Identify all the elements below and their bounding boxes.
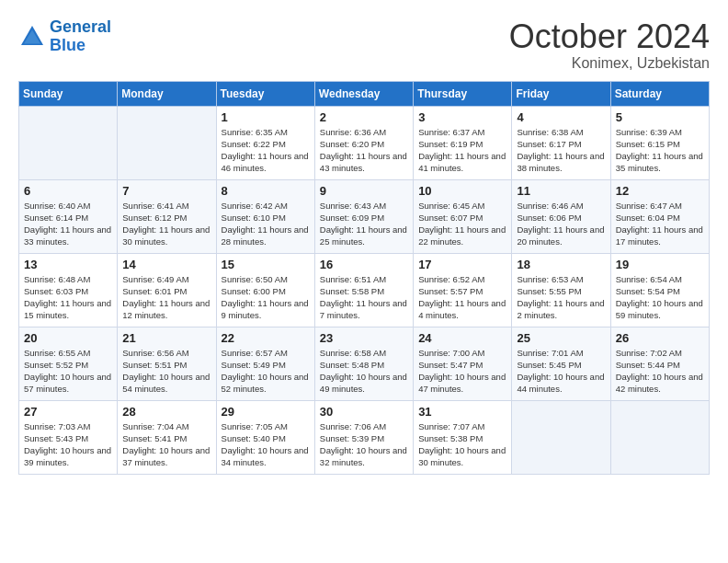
- day-number: 31: [418, 405, 506, 419]
- calendar-cell: 2Sunrise: 6:36 AMSunset: 6:20 PMDaylight…: [314, 106, 413, 179]
- day-number: 29: [222, 405, 310, 419]
- calendar-cell: 20Sunrise: 6:55 AMSunset: 5:52 PMDayligh…: [19, 327, 118, 400]
- calendar-cell: [19, 106, 118, 179]
- calendar-cell: 26Sunrise: 7:02 AMSunset: 5:44 PMDayligh…: [610, 327, 709, 400]
- calendar-cell: 11Sunrise: 6:46 AMSunset: 6:06 PMDayligh…: [512, 179, 610, 253]
- day-info: Sunrise: 6:37 AMSunset: 6:19 PMDaylight:…: [418, 126, 506, 175]
- calendar-cell: 5Sunrise: 6:39 AMSunset: 6:15 PMDaylight…: [610, 106, 709, 179]
- calendar-cell: 15Sunrise: 6:50 AMSunset: 6:00 PMDayligh…: [216, 253, 314, 327]
- day-info: Sunrise: 6:51 AMSunset: 5:58 PMDaylight:…: [320, 273, 408, 322]
- day-number: 17: [418, 258, 506, 271]
- day-number: 20: [24, 331, 112, 345]
- day-info: Sunrise: 7:03 AMSunset: 5:43 PMDaylight:…: [24, 420, 112, 469]
- calendar-header-row: SundayMondayTuesdayWednesdayThursdayFrid…: [19, 81, 710, 106]
- day-number: 25: [517, 331, 605, 345]
- calendar-header-sunday: Sunday: [19, 81, 118, 106]
- day-info: Sunrise: 6:43 AMSunset: 6:09 PMDaylight:…: [320, 200, 408, 248]
- calendar-cell: 28Sunrise: 7:04 AMSunset: 5:41 PMDayligh…: [118, 400, 216, 474]
- calendar-cell: 4Sunrise: 6:38 AMSunset: 6:17 PMDaylight…: [512, 106, 610, 179]
- calendar-table: SundayMondayTuesdayWednesdayThursdayFrid…: [18, 81, 710, 475]
- logo: GeneralBlue: [18, 18, 111, 55]
- calendar-cell: 24Sunrise: 7:00 AMSunset: 5:47 PMDayligh…: [414, 327, 512, 400]
- calendar-header-thursday: Thursday: [414, 81, 512, 106]
- day-info: Sunrise: 7:05 AMSunset: 5:40 PMDaylight:…: [222, 420, 310, 469]
- calendar-cell: 27Sunrise: 7:03 AMSunset: 5:43 PMDayligh…: [19, 400, 118, 474]
- day-number: 6: [24, 184, 112, 198]
- calendar-cell: 22Sunrise: 6:57 AMSunset: 5:49 PMDayligh…: [216, 327, 314, 400]
- day-info: Sunrise: 6:57 AMSunset: 5:49 PMDaylight:…: [222, 347, 310, 396]
- header: GeneralBlue October 2024 Konimex, Uzbeki…: [18, 18, 710, 72]
- day-info: Sunrise: 6:40 AMSunset: 6:14 PMDaylight:…: [24, 200, 112, 248]
- calendar-cell: 16Sunrise: 6:51 AMSunset: 5:58 PMDayligh…: [314, 253, 413, 327]
- day-info: Sunrise: 7:07 AMSunset: 5:38 PMDaylight:…: [418, 420, 506, 469]
- calendar-week-row: 13Sunrise: 6:48 AMSunset: 6:03 PMDayligh…: [19, 253, 710, 327]
- day-info: Sunrise: 6:48 AMSunset: 6:03 PMDaylight:…: [24, 273, 112, 322]
- day-info: Sunrise: 6:39 AMSunset: 6:15 PMDaylight:…: [616, 126, 704, 175]
- day-number: 18: [517, 258, 605, 271]
- calendar-cell: 31Sunrise: 7:07 AMSunset: 5:38 PMDayligh…: [414, 400, 512, 474]
- day-info: Sunrise: 6:50 AMSunset: 6:00 PMDaylight:…: [222, 273, 310, 322]
- calendar-cell: 1Sunrise: 6:35 AMSunset: 6:22 PMDaylight…: [216, 106, 314, 179]
- calendar-cell: [512, 400, 610, 474]
- day-info: Sunrise: 6:47 AMSunset: 6:04 PMDaylight:…: [616, 200, 704, 248]
- calendar-subtitle: Konimex, Uzbekistan: [509, 55, 710, 72]
- calendar-week-row: 6Sunrise: 6:40 AMSunset: 6:14 PMDaylight…: [19, 179, 710, 253]
- calendar-header-saturday: Saturday: [610, 81, 709, 106]
- title-block: October 2024 Konimex, Uzbekistan: [509, 18, 710, 72]
- day-number: 5: [616, 110, 704, 124]
- day-number: 13: [24, 258, 112, 271]
- day-info: Sunrise: 6:49 AMSunset: 6:01 PMDaylight:…: [122, 273, 210, 322]
- calendar-week-row: 1Sunrise: 6:35 AMSunset: 6:22 PMDaylight…: [19, 106, 710, 179]
- day-info: Sunrise: 7:02 AMSunset: 5:44 PMDaylight:…: [616, 347, 704, 396]
- day-info: Sunrise: 6:35 AMSunset: 6:22 PMDaylight:…: [222, 126, 310, 175]
- day-number: 15: [222, 258, 310, 271]
- calendar-header-monday: Monday: [118, 81, 216, 106]
- day-number: 28: [122, 405, 210, 419]
- day-number: 26: [616, 331, 704, 345]
- calendar-cell: 18Sunrise: 6:53 AMSunset: 5:55 PMDayligh…: [512, 253, 610, 327]
- calendar-cell: 3Sunrise: 6:37 AMSunset: 6:19 PMDaylight…: [414, 106, 512, 179]
- calendar-cell: [610, 400, 709, 474]
- day-info: Sunrise: 6:52 AMSunset: 5:57 PMDaylight:…: [418, 273, 506, 322]
- day-number: 24: [418, 331, 506, 345]
- day-number: 22: [222, 331, 310, 345]
- calendar-cell: 25Sunrise: 7:01 AMSunset: 5:45 PMDayligh…: [512, 327, 610, 400]
- calendar-cell: 23Sunrise: 6:58 AMSunset: 5:48 PMDayligh…: [314, 327, 413, 400]
- day-info: Sunrise: 6:58 AMSunset: 5:48 PMDaylight:…: [320, 347, 408, 396]
- calendar-title: October 2024: [509, 18, 710, 55]
- day-number: 21: [122, 331, 210, 345]
- day-info: Sunrise: 7:01 AMSunset: 5:45 PMDaylight:…: [517, 347, 605, 396]
- calendar-cell: 10Sunrise: 6:45 AMSunset: 6:07 PMDayligh…: [414, 179, 512, 253]
- calendar-week-row: 27Sunrise: 7:03 AMSunset: 5:43 PMDayligh…: [19, 400, 710, 474]
- day-info: Sunrise: 7:00 AMSunset: 5:47 PMDaylight:…: [418, 347, 506, 396]
- calendar-cell: 21Sunrise: 6:56 AMSunset: 5:51 PMDayligh…: [118, 327, 216, 400]
- calendar-header-friday: Friday: [512, 81, 610, 106]
- day-info: Sunrise: 6:41 AMSunset: 6:12 PMDaylight:…: [122, 200, 210, 248]
- calendar-header-wednesday: Wednesday: [314, 81, 413, 106]
- day-number: 3: [418, 110, 506, 124]
- calendar-cell: [118, 106, 216, 179]
- calendar-header-tuesday: Tuesday: [216, 81, 314, 106]
- day-number: 23: [320, 331, 408, 345]
- day-number: 9: [320, 184, 408, 198]
- calendar-cell: 14Sunrise: 6:49 AMSunset: 6:01 PMDayligh…: [118, 253, 216, 327]
- day-info: Sunrise: 6:36 AMSunset: 6:20 PMDaylight:…: [320, 126, 408, 175]
- day-info: Sunrise: 6:46 AMSunset: 6:06 PMDaylight:…: [517, 200, 605, 248]
- day-number: 7: [122, 184, 210, 198]
- day-number: 16: [320, 258, 408, 271]
- calendar-cell: 30Sunrise: 7:06 AMSunset: 5:39 PMDayligh…: [314, 400, 413, 474]
- calendar-cell: 7Sunrise: 6:41 AMSunset: 6:12 PMDaylight…: [118, 179, 216, 253]
- day-info: Sunrise: 6:54 AMSunset: 5:54 PMDaylight:…: [616, 273, 704, 322]
- calendar-week-row: 20Sunrise: 6:55 AMSunset: 5:52 PMDayligh…: [19, 327, 710, 400]
- day-number: 1: [222, 110, 310, 124]
- day-number: 27: [24, 405, 112, 419]
- day-number: 10: [418, 184, 506, 198]
- calendar-cell: 19Sunrise: 6:54 AMSunset: 5:54 PMDayligh…: [610, 253, 709, 327]
- calendar-cell: 8Sunrise: 6:42 AMSunset: 6:10 PMDaylight…: [216, 179, 314, 253]
- logo-icon: [18, 23, 46, 51]
- day-info: Sunrise: 6:55 AMSunset: 5:52 PMDaylight:…: [24, 347, 112, 396]
- day-number: 14: [122, 258, 210, 271]
- day-info: Sunrise: 6:53 AMSunset: 5:55 PMDaylight:…: [517, 273, 605, 322]
- day-number: 4: [517, 110, 605, 124]
- day-info: Sunrise: 6:38 AMSunset: 6:17 PMDaylight:…: [517, 126, 605, 175]
